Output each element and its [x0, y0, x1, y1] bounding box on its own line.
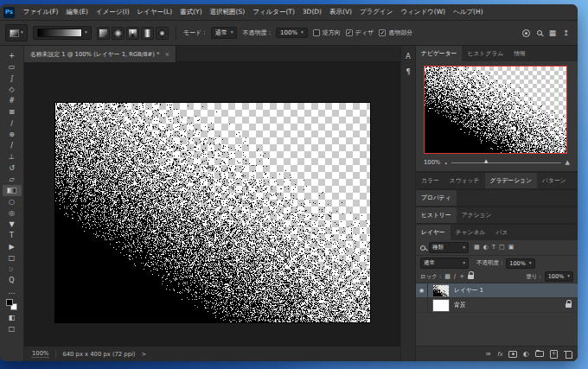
new-group-icon[interactable] [535, 351, 544, 357]
link-layers-icon[interactable]: ∞ [485, 351, 491, 358]
document-tab[interactable]: 名称未設定 1 @ 100% (レイヤー 1, RGB/8#) * × [24, 46, 176, 62]
fill-select[interactable]: 100% ▾ [545, 271, 573, 282]
panel-tab[interactable]: パス [490, 225, 513, 240]
lock-image-pixels-icon[interactable]: / [454, 274, 456, 280]
menu-item[interactable]: レイヤー(L) [133, 4, 176, 20]
screen-mode-button[interactable]: □ [3, 323, 22, 334]
filter-shape-layers-icon[interactable]: □ [499, 245, 505, 251]
diamond-gradient-button[interactable] [156, 27, 169, 40]
menu-item[interactable]: 選択範囲(S) [206, 4, 249, 20]
lock-transparent-pixels-icon[interactable]: ▩ [444, 274, 451, 280]
close-icon[interactable]: × [164, 51, 169, 58]
layer-thumbnail[interactable] [432, 299, 450, 312]
eye-icon[interactable]: ◉ [416, 283, 428, 297]
reflected-gradient-button[interactable] [141, 27, 154, 40]
filter-type-layers-icon[interactable]: T [492, 245, 495, 251]
shape-tool[interactable]: □ [3, 252, 22, 264]
panel-tab[interactable]: プロパティ [416, 190, 457, 206]
panel-tab[interactable]: アクション [457, 207, 497, 223]
radial-gradient-button[interactable] [112, 27, 125, 40]
clone-stamp-tool[interactable]: ⊥ [3, 151, 22, 162]
layer-thumbnail[interactable] [432, 284, 450, 297]
dither-checkbox[interactable]: ✓ ディザ [346, 29, 374, 37]
panel-tab[interactable]: レイヤー [416, 225, 451, 240]
layers-opacity-select[interactable]: 100% ▾ [506, 258, 534, 269]
paragraph-panel-icon[interactable]: ¶ [406, 68, 410, 76]
angle-gradient-button[interactable] [126, 27, 139, 40]
panel-tab[interactable]: パターン [537, 173, 572, 188]
layer-row[interactable]: 背景 [416, 298, 578, 313]
panel-tab[interactable]: ヒストグラム [462, 46, 508, 61]
menu-item[interactable]: 書式(Y) [176, 4, 206, 20]
object-selection-tool[interactable]: ◇ [3, 84, 22, 95]
menu-item[interactable]: フィルター(T) [249, 4, 299, 20]
linear-gradient-button[interactable] [97, 27, 110, 40]
transparency-checkbox[interactable]: ✓ 透明部分 [379, 29, 412, 37]
zoom-out-icon[interactable]: ▴ [444, 161, 447, 165]
history-brush-tool[interactable]: ↺ [3, 162, 22, 174]
layer-row[interactable]: ◉レイヤー 1 [416, 283, 578, 298]
marquee-tool[interactable]: ▭ [3, 61, 22, 73]
visibility-toggle[interactable] [416, 298, 428, 312]
move-tool[interactable]: + [3, 50, 22, 61]
new-layer-icon[interactable]: + [550, 350, 558, 359]
reverse-checkbox[interactable]: 逆方向 [313, 29, 341, 37]
lock-position-icon[interactable]: + [459, 274, 464, 280]
gradient-tool[interactable] [3, 185, 22, 196]
opacity-select[interactable]: 100% ▾ [276, 28, 308, 38]
lock-all-icon[interactable] [468, 275, 474, 279]
search-icon[interactable] [537, 30, 542, 35]
healing-brush-tool[interactable]: ⊕ [3, 129, 22, 140]
crop-tool[interactable]: # [3, 95, 22, 106]
filter-adjustment-layers-icon[interactable]: ◐ [483, 245, 489, 251]
hand-tool[interactable]: ☞ [3, 264, 22, 275]
quick-mask-button[interactable]: ◧ [3, 312, 22, 323]
tool-preset-button[interactable]: ▾ [5, 24, 28, 41]
menu-item[interactable]: イメージ(I) [92, 4, 133, 20]
zoom-tool[interactable]: Q [3, 275, 22, 286]
filter-pixel-layers-icon[interactable]: ▦ [474, 245, 480, 251]
navigator-proxy-view[interactable] [424, 66, 567, 154]
foreground-color-swatch[interactable] [6, 299, 13, 306]
menu-item[interactable]: 編集(E) [62, 4, 93, 20]
workspace-switcher-icon[interactable]: ▦ [549, 29, 556, 37]
character-panel-icon[interactable]: A [406, 53, 410, 60]
menu-item[interactable]: ウィンドウ(W) [397, 4, 450, 20]
panel-tab[interactable]: カラー [416, 173, 444, 188]
dodge-tool[interactable]: ◎ [3, 207, 22, 219]
add-layer-mask-icon[interactable] [508, 351, 517, 358]
eraser-tool[interactable]: ▱ [3, 174, 22, 185]
layer-filter-select[interactable]: 種類 ▾ [429, 242, 469, 253]
panel-tab[interactable]: 情報 [508, 46, 531, 61]
zoom-in-icon[interactable]: ▲ [566, 160, 570, 166]
blur-tool[interactable]: ○ [3, 196, 22, 207]
new-adjustment-layer-icon[interactable]: ◐ [523, 351, 529, 358]
account-icon[interactable] [522, 29, 530, 37]
edit-toolbar-button[interactable]: … [3, 286, 22, 297]
blend-mode-select[interactable]: 通常 ▾ [420, 258, 469, 269]
mode-select[interactable]: 通常 ▾ [211, 27, 238, 39]
share-icon[interactable]: ↥ [563, 29, 569, 37]
menu-item[interactable]: プラグイン [356, 4, 397, 20]
menu-item[interactable]: 表示(V) [326, 4, 356, 20]
panel-tab[interactable]: チャンネル [451, 225, 491, 240]
zoom-slider-thumb[interactable]: ▲ [484, 159, 488, 164]
path-selection-tool[interactable]: ▶ [3, 241, 22, 252]
menu-item[interactable]: 3D(D) [298, 4, 325, 20]
panel-tab[interactable]: グラデーション [485, 173, 538, 188]
type-tool[interactable]: T [3, 230, 22, 241]
eyedropper-tool[interactable]: ∕ [3, 118, 22, 129]
panel-tab[interactable]: ヒストリー [416, 207, 457, 223]
zoom-level-field[interactable]: 100% [31, 350, 49, 358]
filter-smart-objects-icon[interactable]: ▣ [508, 245, 514, 251]
panel-tab[interactable]: スウォッチ [444, 173, 485, 188]
pen-tool[interactable]: ▼ [3, 219, 22, 230]
frame-tool[interactable]: ⊠ [3, 106, 22, 118]
delete-layer-icon[interactable] [564, 350, 572, 359]
navigator-zoom-value[interactable]: 100% [424, 159, 440, 166]
canvas[interactable] [55, 103, 370, 322]
lasso-tool[interactable]: ∫ [3, 73, 22, 84]
color-swatches[interactable] [3, 297, 22, 312]
layer-effects-icon[interactable]: fx [497, 351, 502, 358]
menu-item[interactable]: ファイル(F) [19, 4, 62, 20]
